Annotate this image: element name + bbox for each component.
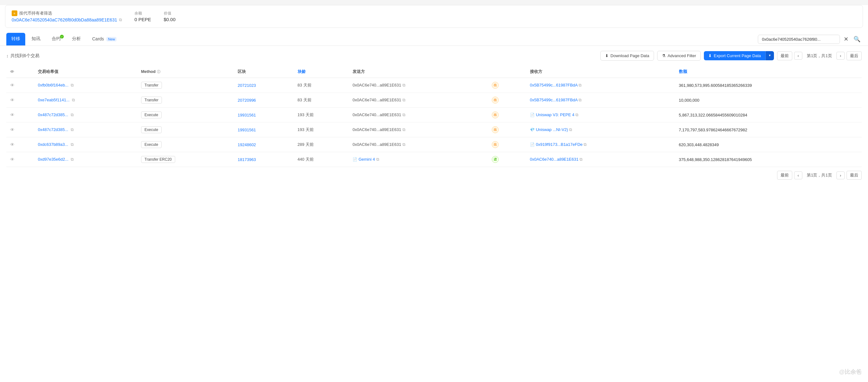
tab-knowledge-label: 知讯 [32, 36, 40, 41]
copy-sender-icon[interactable]: ⧉ [402, 127, 405, 132]
next-page-button[interactable]: › [836, 52, 845, 60]
copy-receiver-icon[interactable]: ⧉ [579, 97, 581, 102]
th-receiver: 接收方 [526, 66, 675, 78]
tab-cards-label: Cards [92, 36, 104, 41]
copy-hash-icon[interactable]: ⧉ [72, 97, 75, 102]
filter-label: ≡ 按代币持有者筛选 [12, 10, 122, 16]
amount: 620,303,448.4828349 [675, 137, 862, 152]
table-row: 👁0xdc637b89a3... ⧉Execute19248602289 天前0… [6, 137, 862, 152]
copy-hash-icon[interactable]: ⧉ [71, 157, 73, 161]
sender-file-icon: 📄 [352, 157, 357, 161]
bottom-last-button[interactable]: 最后 [846, 171, 862, 180]
toolbar: ↕ 共找到6个交易 ⬇ Download Page Data ⚗ Advance… [6, 51, 862, 61]
th-amount: 数额 [675, 66, 862, 78]
search-bar: ✕ 🔍 [758, 34, 862, 44]
tx-hash[interactable]: 0xe7eab5f1141... [38, 97, 69, 102]
method-badge: Execute [141, 126, 162, 133]
row-eye-button[interactable]: 👁 [10, 127, 14, 132]
tx-hash[interactable]: 0xdc637b89a3... [38, 142, 68, 147]
direction-badge: 出 [492, 97, 499, 104]
copy-hash-icon[interactable]: ⧉ [71, 127, 73, 132]
copy-sender-icon[interactable]: ⧉ [402, 142, 405, 147]
block-number[interactable]: 19931561 [238, 113, 256, 117]
copy-hash-icon[interactable]: ⧉ [71, 83, 73, 87]
copy-sender-icon[interactable]: ⧉ [402, 97, 405, 102]
tx-hash[interactable]: 0xfb0b6f164eb... [38, 83, 68, 87]
search-input[interactable] [758, 35, 840, 44]
block-number[interactable]: 20720996 [238, 98, 256, 102]
copy-receiver-icon[interactable]: ⧉ [579, 83, 581, 87]
tab-contract[interactable]: 合约 [47, 33, 66, 46]
row-eye-button[interactable]: 👁 [10, 157, 14, 162]
tx-hash[interactable]: 0xd97e35e6d2... [38, 157, 68, 161]
sender-address: 0x0AC6e740...a89E1E631 [352, 112, 401, 117]
age: 83 天前 [294, 78, 349, 93]
row-eye-button[interactable]: 👁 [10, 112, 14, 117]
tab-cards[interactable]: Cards New [87, 33, 122, 45]
bottom-first-button[interactable]: 最前 [777, 171, 792, 180]
receiver-link[interactable]: Uniswap ...NI-V2) [536, 127, 568, 132]
method-help-icon[interactable]: ⓘ [157, 70, 160, 74]
sender-link[interactable]: Gemini 4 [359, 157, 375, 161]
tab-bar: 转移 知讯 合约 分析 Cards New ✕ 🔍 [0, 33, 868, 46]
bottom-prev-button[interactable]: ‹ [794, 171, 802, 179]
row-eye-button[interactable]: 👁 [10, 97, 14, 102]
receiver-link[interactable]: Uniswap V3: PEPE 4 [536, 112, 575, 117]
tab-analysis[interactable]: 分析 [67, 33, 86, 46]
copy-receiver-icon[interactable]: ⧉ [569, 127, 572, 132]
copy-receiver-icon[interactable]: ⧉ [580, 157, 582, 161]
th-eye: 👁 [6, 66, 34, 78]
block-number[interactable]: 20721023 [238, 83, 256, 88]
sort-icon: ↕ [6, 53, 8, 58]
tx-hash[interactable]: 0x487c72d385... [38, 112, 68, 117]
bottom-next-button[interactable]: › [836, 171, 845, 179]
address-text: 0x0AC6e740520540aC7626f80d0bDa88aa89E1E6… [12, 18, 117, 22]
copy-sender-icon[interactable]: ⧉ [376, 157, 379, 161]
amount: 10,000,000 [675, 93, 862, 108]
prev-page-button[interactable]: ‹ [794, 52, 802, 60]
export-label: Export Current Page Data [714, 53, 761, 58]
amount: 5,867,313,322.066584455609010284 [675, 108, 862, 122]
export-button[interactable]: ⬇ Export Current Page Data [704, 51, 766, 60]
copy-sender-icon[interactable]: ⧉ [402, 83, 405, 87]
top-pagination: 最前 ‹ 第1页，共1页 › 最后 [777, 52, 862, 60]
receiver-link[interactable]: 0x5B75499c...61987FBdA [530, 83, 578, 87]
filter-address[interactable]: 0x0AC6e740520540aC7626f80d0bDa88aa89E1E6… [12, 18, 122, 22]
first-page-button[interactable]: 最前 [777, 52, 792, 60]
export-dropdown-button[interactable]: ▾ [766, 51, 774, 60]
search-button[interactable]: 🔍 [852, 34, 862, 44]
tx-hash[interactable]: 0x487c72d385... [38, 127, 68, 132]
advanced-filter-button[interactable]: ⚗ Advanced Filter [657, 51, 701, 61]
table-row: 👁0xfb0b6f164eb... ⧉Transfer2072102383 天前… [6, 78, 862, 93]
table-row: 👁0x487c72d385... ⧉Execute19931561193 天前0… [6, 122, 862, 137]
bottom-pagination: 最前 ‹ 第1页，共1页 › 最后 [6, 167, 862, 181]
method-badge: Transfer [141, 97, 162, 104]
copy-hash-icon[interactable]: ⧉ [71, 142, 73, 147]
row-eye-button[interactable]: 👁 [10, 142, 14, 147]
tab-knowledge[interactable]: 知讯 [27, 33, 45, 46]
table-row: 👁0xd97e35e6d2... ⧉Transfer ERC2018173963… [6, 152, 862, 167]
copy-hash-icon[interactable]: ⧉ [71, 112, 73, 117]
amount: 361,980,573,995.600584185365266339 [675, 78, 862, 93]
tab-transfer[interactable]: 转移 [6, 33, 25, 46]
copy-receiver-icon[interactable]: ⧉ [576, 112, 578, 117]
row-eye-button[interactable]: 👁 [10, 83, 14, 88]
sender-address: 0x0AC6e740...a89E1E631 [352, 83, 401, 87]
balance-value: 0 PEPE [134, 17, 151, 22]
last-page-button[interactable]: 最后 [846, 52, 862, 60]
copy-receiver-icon[interactable]: ⧉ [584, 142, 586, 147]
block-number[interactable]: 19248602 [238, 142, 256, 147]
copy-address-icon[interactable]: ⧉ [119, 18, 122, 22]
receiver-link[interactable]: 0x5B75499c...61987FBdA [530, 97, 578, 102]
th-hash: 交易哈希值 [34, 66, 137, 78]
receiver-link[interactable]: 0x0AC6e740...a89E1E631 [530, 157, 579, 161]
block-number[interactable]: 18173963 [238, 157, 256, 162]
toolbar-right: ⬇ Download Page Data ⚗ Advanced Filter ⬇… [600, 51, 862, 61]
export-group: ⬇ Export Current Page Data ▾ [704, 51, 774, 60]
result-count: ↕ 共找到6个交易 [6, 53, 39, 59]
block-number[interactable]: 19931561 [238, 127, 256, 132]
download-button[interactable]: ⬇ Download Page Data [600, 51, 654, 61]
receiver-link[interactable]: 0x919f9173...B1a17eFDe [536, 142, 583, 147]
search-clear-button[interactable]: ✕ [842, 34, 850, 44]
copy-sender-icon[interactable]: ⧉ [402, 112, 405, 117]
